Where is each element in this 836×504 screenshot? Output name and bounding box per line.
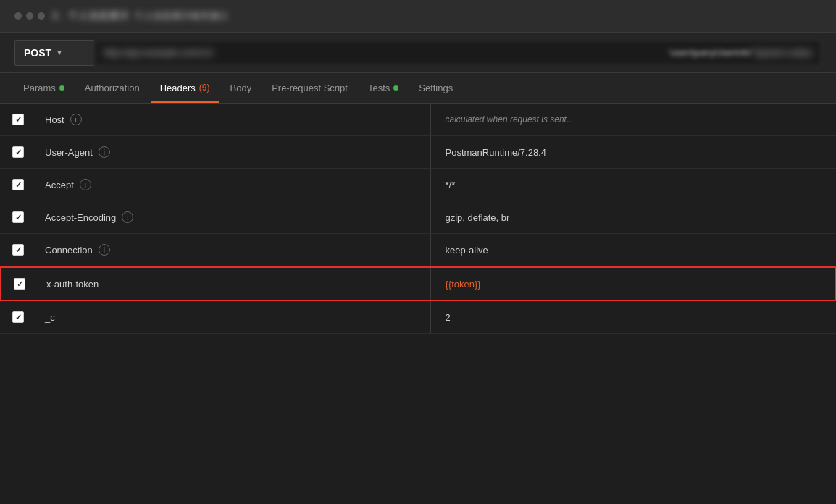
- tab-params[interactable]: Params: [14, 74, 73, 103]
- accept-info-icon[interactable]: i: [80, 179, 91, 190]
- headers-table: Host i calculated when request is sent..…: [0, 104, 836, 334]
- row-connection-key: Connection i: [36, 244, 430, 256]
- row-host-value: calculated when request is sent...: [431, 114, 837, 125]
- url-bar: POST ▾ http://api.example.com/v1/ 'user/…: [0, 33, 836, 73]
- row-acceptencoding-key: Accept-Encoding i: [36, 211, 430, 223]
- tab-params-label: Params: [23, 83, 56, 93]
- acceptencoding-key-label: Accept-Encoding: [45, 212, 116, 223]
- tab-body[interactable]: Body: [222, 74, 261, 103]
- row-host-check[interactable]: [0, 114, 36, 125]
- tab-pre-request[interactable]: Pre-request Script: [263, 74, 356, 103]
- dot-green-ctrl: [38, 12, 45, 20]
- checkbox-host[interactable]: [12, 114, 24, 125]
- table-row: Accept i */*: [0, 169, 836, 201]
- checkbox-acceptencoding[interactable]: [12, 211, 24, 223]
- tests-dot: [393, 85, 398, 91]
- host-info-icon[interactable]: i: [70, 114, 82, 125]
- table-row: Host i calculated when request is sent..…: [0, 104, 836, 136]
- acceptencoding-info-icon[interactable]: i: [122, 211, 133, 223]
- row-host-key: Host i: [36, 114, 430, 125]
- row-xauthtoken-value: {{token}}: [431, 279, 835, 290]
- window-title: 2、个人信息展示 个人信息展示相关接口: [52, 9, 228, 22]
- row-acceptencoding-check[interactable]: [0, 211, 36, 223]
- row-c-key: _c: [36, 312, 430, 323]
- checkbox-c[interactable]: [12, 311, 24, 323]
- host-key-label: Host: [45, 114, 64, 125]
- c-key-label: _c: [45, 312, 55, 323]
- row-accept-check[interactable]: [0, 179, 36, 190]
- table-row: Accept-Encoding i gzip, deflate, br: [0, 201, 836, 234]
- useragent-info-icon[interactable]: i: [99, 146, 110, 158]
- row-useragent-key: User-Agent i: [36, 146, 430, 158]
- table-row: Connection i keep-alive: [0, 234, 836, 266]
- top-bar: 2、个人信息展示 个人信息展示相关接口: [0, 0, 836, 33]
- tab-settings-label: Settings: [419, 83, 453, 93]
- tab-headers[interactable]: Headers (9): [151, 74, 219, 103]
- url-blurred-end: ?param=value: [752, 47, 812, 58]
- tab-settings[interactable]: Settings: [410, 74, 461, 103]
- params-dot: [59, 85, 64, 91]
- url-input[interactable]: http://api.example.com/v1/ 'user/queryUs…: [94, 40, 822, 66]
- tabs-bar: Params Authorization Headers (9) Body Pr…: [0, 73, 836, 104]
- connection-key-label: Connection: [45, 245, 93, 256]
- tab-authorization-label: Authorization: [85, 83, 140, 93]
- row-connection-value: keep-alive: [431, 245, 837, 256]
- tab-authorization[interactable]: Authorization: [76, 74, 149, 103]
- url-visible-part: 'user/queryUserInfo': [669, 47, 753, 58]
- table-row: _c 2: [0, 301, 836, 334]
- row-useragent-value: PostmanRuntime/7.28.4: [431, 147, 837, 158]
- checkbox-accept[interactable]: [12, 179, 24, 190]
- accept-key-label: Accept: [45, 180, 74, 190]
- checkbox-connection[interactable]: [12, 244, 24, 256]
- tab-tests[interactable]: Tests: [359, 74, 407, 103]
- title-number-label: 2、个人信息展示: [52, 9, 129, 21]
- row-xauthtoken-key: x-auth-token: [38, 279, 430, 290]
- table-row: User-Agent i PostmanRuntime/7.28.4: [0, 136, 836, 169]
- row-accept-value: */*: [431, 180, 837, 190]
- row-connection-check[interactable]: [0, 244, 36, 256]
- table-row-highlighted: x-auth-token {{token}}: [0, 266, 836, 301]
- dot-red: [14, 12, 22, 20]
- row-accept-key: Accept i: [36, 179, 430, 190]
- row-useragent-check[interactable]: [0, 146, 36, 158]
- method-label: POST: [24, 47, 51, 59]
- url-blurred-part: http://api.example.com/v1/: [104, 47, 669, 58]
- connection-info-icon[interactable]: i: [99, 244, 110, 256]
- tab-pre-request-label: Pre-request Script: [272, 83, 348, 93]
- useragent-key-label: User-Agent: [45, 147, 93, 158]
- checkbox-xauthtoken[interactable]: [14, 278, 25, 290]
- xauthtoken-key-label: x-auth-token: [46, 279, 99, 290]
- tab-headers-label: Headers: [160, 83, 196, 93]
- row-c-value: 2: [431, 312, 837, 323]
- row-acceptencoding-value: gzip, deflate, br: [431, 212, 837, 223]
- row-xauthtoken-check[interactable]: [1, 278, 38, 290]
- method-chevron-icon: ▾: [57, 48, 62, 57]
- window-controls: [14, 12, 45, 20]
- tab-body-label: Body: [230, 83, 252, 93]
- row-c-check[interactable]: [0, 311, 36, 323]
- dot-yellow: [26, 12, 33, 20]
- method-dropdown[interactable]: POST ▾: [14, 40, 94, 66]
- tab-tests-label: Tests: [368, 83, 390, 93]
- checkbox-useragent[interactable]: [12, 146, 24, 158]
- tab-headers-count: (9): [199, 83, 210, 93]
